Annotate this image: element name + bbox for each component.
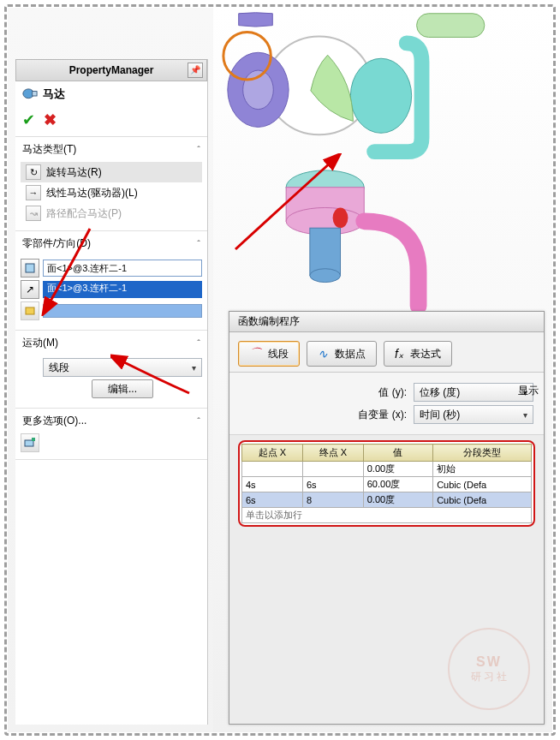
section-more-title: 更多选项(O)... xyxy=(22,414,86,428)
col-end-x[interactable]: 终点 X xyxy=(302,445,363,462)
svg-rect-15 xyxy=(26,307,34,314)
svg-rect-17 xyxy=(32,438,35,441)
pm-header: PropertyManager 📌 xyxy=(15,59,207,81)
rotary-icon: ↻ xyxy=(26,164,41,180)
face2-input[interactable]: 面<1>@3.连杆二-1 xyxy=(43,281,202,298)
table-row[interactable]: 6s80.00度Cubic (Defa xyxy=(242,492,532,508)
component-icon[interactable] xyxy=(21,301,39,320)
more-icon[interactable] xyxy=(21,433,39,452)
linear-icon: → xyxy=(26,185,41,200)
collapse-icon[interactable]: ˆ xyxy=(197,239,200,249)
collapse-icon[interactable]: ˆ xyxy=(197,416,200,427)
svg-point-10 xyxy=(310,269,341,283)
section-motor-type-title: 马达类型(T) xyxy=(22,142,76,157)
motor-type-path: ↝路径配合马达(P) xyxy=(21,203,202,224)
ivar-x-select[interactable]: 时间 (秒) xyxy=(414,405,533,424)
watermark: SW 研 习 社 xyxy=(448,628,530,710)
collapse-icon[interactable]: ˆ xyxy=(197,145,200,155)
motor-type-label: 线性马达(驱动器)(L) xyxy=(46,186,138,200)
table-row[interactable]: 4s6s60.00度Cubic (Defa xyxy=(242,477,532,492)
function-builder-dialog: 函数编制程序 ⌒线段 ∿数据点 fₓ表达式 值 (y): 位移 (度) 自变量 … xyxy=(229,311,545,725)
motion-type-value: 线段 xyxy=(49,361,69,375)
edit-button[interactable]: 编辑... xyxy=(92,379,153,398)
select-value: 位移 (度) xyxy=(420,385,460,400)
select-value: 时间 (秒) xyxy=(420,408,460,422)
cancel-button[interactable]: ✖ xyxy=(44,110,57,129)
tab-label: 线段 xyxy=(268,347,289,361)
feature-title: 马达 xyxy=(43,87,65,102)
motor-type-rotary[interactable]: ↻旋转马达(R) xyxy=(21,162,202,182)
motor-type-label: 旋转马达(R) xyxy=(46,165,102,180)
svg-rect-4 xyxy=(417,14,485,38)
tab-datapoints[interactable]: ∿数据点 xyxy=(307,341,377,367)
ok-button[interactable]: ✔ xyxy=(22,110,35,129)
motor-type-label: 路径配合马达(P) xyxy=(46,206,122,221)
color-swatch[interactable] xyxy=(43,304,202,318)
collapse-icon[interactable]: ˆ xyxy=(197,338,200,349)
svg-rect-14 xyxy=(26,264,34,272)
fb-title-bar[interactable]: 函数编制程序 xyxy=(229,312,544,332)
section-comp-dir-title: 零部件/方向(D) xyxy=(22,236,91,251)
segment-icon: ⌒ xyxy=(249,346,261,361)
tab-segments[interactable]: ⌒线段 xyxy=(238,341,300,367)
ivar-x-label: 自变量 (x): xyxy=(358,408,407,422)
face1-input[interactable] xyxy=(43,260,202,277)
segments-table[interactable]: 起点 X 终点 X 值 分段类型 0.00度初始 4s6s60.00度Cubic… xyxy=(241,444,532,523)
watermark-text: 研 习 社 xyxy=(471,670,508,684)
fb-title-text: 函数编制程序 xyxy=(238,314,300,329)
tab-label: 数据点 xyxy=(335,347,366,361)
tab-label: 表达式 xyxy=(410,347,441,361)
datapoints-icon: ∿ xyxy=(318,347,328,361)
table-row[interactable]: 0.00度初始 xyxy=(242,462,532,477)
svg-point-8 xyxy=(333,207,349,228)
col-value[interactable]: 值 xyxy=(363,445,432,462)
svg-rect-13 xyxy=(33,92,37,96)
add-row[interactable]: 单击以添加行 xyxy=(242,508,532,523)
expression-icon: fₓ xyxy=(395,347,403,361)
motion-type-select[interactable]: 线段 xyxy=(43,358,202,377)
section-motion-title: 运动(M) xyxy=(22,336,58,350)
pin-icon[interactable]: 📌 xyxy=(188,63,203,78)
value-y-select[interactable]: 位移 (度) xyxy=(414,383,533,402)
svg-point-3 xyxy=(350,58,411,133)
watermark-sw: SW xyxy=(476,654,502,670)
pm-header-title: PropertyManager xyxy=(69,64,154,76)
svg-rect-16 xyxy=(25,440,33,446)
value-y-label: 值 (y): xyxy=(378,385,407,400)
col-seg-type[interactable]: 分段类型 xyxy=(433,445,532,462)
property-manager-panel: PropertyManager 📌 马达 ✔ ✖ 马达类型(T)ˆ ↻旋转马达(… xyxy=(15,59,208,725)
col-start-x[interactable]: 起点 X xyxy=(242,445,303,462)
reverse-dir-button[interactable]: ↗ xyxy=(21,280,39,299)
face-select-icon[interactable] xyxy=(21,259,39,278)
segments-table-wrap: 起点 X 终点 X 值 分段类型 0.00度初始 4s6s60.00度Cubic… xyxy=(238,440,535,527)
motor-icon xyxy=(22,88,38,100)
display-label: 显示 xyxy=(518,384,539,398)
path-icon: ↝ xyxy=(26,206,41,221)
motor-type-linear[interactable]: →线性马达(驱动器)(L) xyxy=(21,182,202,203)
tab-expression[interactable]: fₓ表达式 xyxy=(384,341,452,367)
